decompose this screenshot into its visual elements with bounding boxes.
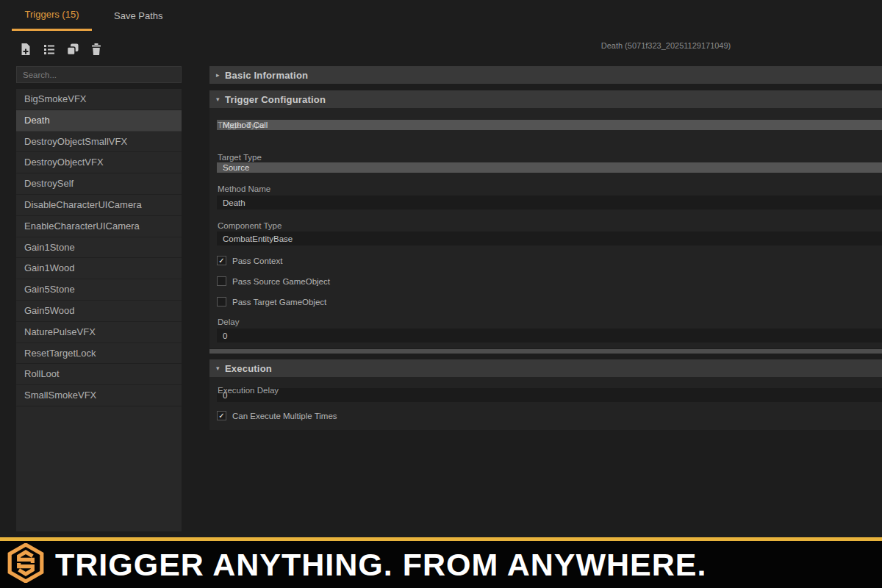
list-item[interactable]: Gain5Stone xyxy=(16,279,182,301)
execution-body: Execution Delay ✓ Can Execute Multiple T… xyxy=(209,377,882,430)
duplicate-icon xyxy=(66,43,79,56)
section-title: Trigger Configuration xyxy=(225,94,326,105)
delete-button[interactable] xyxy=(90,43,103,56)
list-item[interactable]: Gain1Stone xyxy=(16,237,182,259)
collapsed-caret-icon: ▸ xyxy=(216,71,225,79)
section-header-trigger-configuration[interactable]: ▾ Trigger Configuration xyxy=(209,90,882,108)
list-item[interactable]: DestroyObjectSmallVFX xyxy=(16,132,182,153)
list-item[interactable]: ResetTargetLock xyxy=(16,343,182,365)
banner-headline: TRIGGER ANYTHING. FROM ANYWHERE. xyxy=(55,549,706,581)
method-name-label: Method Name xyxy=(217,184,882,194)
trigger-type-dropdown[interactable]: Method Call xyxy=(217,120,882,130)
inspector-panel: ▸ Basic Information ▾ Trigger Configurat… xyxy=(209,66,882,430)
list-item[interactable]: SmallSmokeVFX xyxy=(16,385,182,406)
delay-input[interactable] xyxy=(217,329,882,343)
checkbox-checked-icon[interactable]: ✓ xyxy=(217,256,226,265)
list-item[interactable]: NaturePulseVFX xyxy=(16,322,182,343)
pass-source-gameobject-checkbox[interactable]: Pass Source GameObject xyxy=(217,276,882,287)
checkbox-label: Pass Target GameObject xyxy=(232,298,326,306)
checkbox-unchecked-icon[interactable] xyxy=(217,297,226,306)
list-item[interactable]: DisableCharacterUICamera xyxy=(16,195,182,216)
list-item[interactable]: Gain1Wood xyxy=(16,258,182,279)
execution-delay-input[interactable] xyxy=(217,388,882,402)
component-type-input[interactable] xyxy=(217,232,882,245)
trigger-configuration-body: Trigger Type Method Call Target Type Sou… xyxy=(209,108,882,348)
list-item[interactable]: DestroyObjectVFX xyxy=(16,152,182,173)
pass-context-checkbox[interactable]: ✓ Pass Context xyxy=(217,255,882,266)
checkbox-checked-icon[interactable]: ✓ xyxy=(217,411,226,420)
checkbox-label: Can Execute Multiple Times xyxy=(232,412,337,420)
list-view-button[interactable] xyxy=(43,43,56,56)
section-title: Basic Information xyxy=(225,70,308,81)
list-item[interactable]: BigSmokeVFX xyxy=(16,89,182,110)
component-type-label: Component Type xyxy=(217,220,882,231)
expanded-caret-icon: ▾ xyxy=(216,96,225,103)
section-title: Execution xyxy=(225,363,272,374)
list-view-icon xyxy=(43,43,56,56)
tab-triggers[interactable]: Triggers (15) xyxy=(12,0,92,31)
section-header-execution[interactable]: ▾ Execution xyxy=(209,359,882,377)
hexagon-logo-icon xyxy=(7,543,44,586)
expanded-caret-icon: ▾ xyxy=(216,365,225,372)
trigger-list: BigSmokeVFX Death DestroyObjectSmallVFX … xyxy=(16,89,182,531)
promo-banner: TRIGGER ANYTHING. FROM ANYWHERE. xyxy=(0,537,882,588)
sidebar-toolbar xyxy=(19,43,103,56)
delay-label: Delay xyxy=(217,317,882,327)
list-item[interactable]: EnableCharacterUICamera xyxy=(16,216,182,237)
method-name-input[interactable] xyxy=(217,196,882,209)
new-trigger-icon xyxy=(19,43,32,56)
list-item[interactable]: RollLoot xyxy=(16,364,182,385)
checkbox-unchecked-icon[interactable] xyxy=(217,276,226,286)
trash-icon xyxy=(90,43,103,56)
target-type-dropdown[interactable]: Source xyxy=(217,162,882,173)
selected-trigger-title: Death (5071f323_20251129171049) xyxy=(450,41,882,50)
trigger-type-label: Trigger Type xyxy=(217,108,882,120)
pass-target-gameobject-checkbox[interactable]: Pass Target GameObject xyxy=(217,296,882,307)
checkbox-label: Pass Source GameObject xyxy=(232,277,330,286)
new-trigger-button[interactable] xyxy=(19,43,32,56)
list-item[interactable]: DestroySelf xyxy=(16,173,182,195)
tab-bar: Triggers (15) Save Paths xyxy=(0,0,882,33)
horizontal-scrollbar[interactable] xyxy=(209,349,882,354)
list-item-selected[interactable]: Death xyxy=(16,110,182,132)
checkbox-label: Pass Context xyxy=(232,257,282,265)
can-execute-multiple-times-checkbox[interactable]: ✓ Can Execute Multiple Times xyxy=(217,410,882,421)
search-input[interactable] xyxy=(16,66,182,83)
section-header-basic-information[interactable]: ▸ Basic Information xyxy=(209,66,882,84)
target-type-label: Target Type xyxy=(217,152,882,162)
execution-delay-label: Execution Delay xyxy=(217,377,882,387)
tab-save-paths[interactable]: Save Paths xyxy=(112,0,165,31)
duplicate-button[interactable] xyxy=(66,43,79,56)
list-item[interactable]: Gain5Wood xyxy=(16,301,182,322)
